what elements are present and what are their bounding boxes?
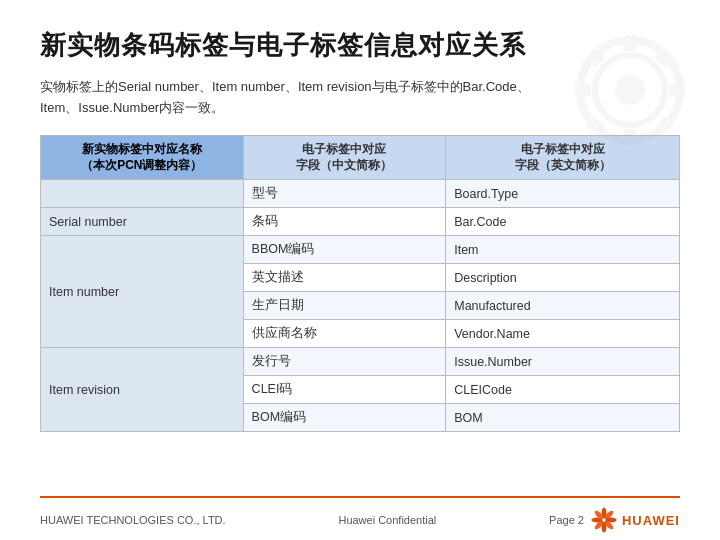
table-cell-col3: Description	[446, 264, 680, 292]
table-cell-col3: CLEICode	[446, 376, 680, 404]
table-cell-col2: 型号	[243, 180, 446, 208]
table-cell-col3: BOM	[446, 404, 680, 432]
page-title: 新实物条码标签与电子标签信息对应关系	[40, 28, 680, 63]
header-col2: 电子标签中对应字段（中文简称）	[243, 135, 446, 180]
footer: HUAWEI TECHNOLOGIES CO., LTD. Huawei Con…	[40, 496, 680, 540]
page-number: Page 2	[549, 514, 584, 526]
page-wrapper: 新实物条码标签与电子标签信息对应关系 实物标签上的Serial number、I…	[0, 0, 720, 540]
table-cell-col1	[41, 180, 244, 208]
table-cell-col3: Board.Type	[446, 180, 680, 208]
footer-confidential: Huawei Confidential	[338, 514, 436, 526]
table-header-row: 新实物标签中对应名称（本次PCN调整内容） 电子标签中对应字段（中文简称） 电子…	[41, 135, 680, 180]
table-cell-col3: Bar.Code	[446, 208, 680, 236]
table-cell-col2: 条码	[243, 208, 446, 236]
table-row: Item numberBBOM编码Item	[41, 236, 680, 264]
huawei-logo-text: HUAWEI	[622, 513, 680, 528]
table-cell-col3: Item	[446, 236, 680, 264]
table-cell-col2: 发行号	[243, 348, 446, 376]
table-cell-col3: Vendor.Name	[446, 320, 680, 348]
footer-right: Page 2 HUAWEI	[549, 506, 680, 534]
table-cell-col3: Manufactured	[446, 292, 680, 320]
header-col1: 新实物标签中对应名称（本次PCN调整内容）	[41, 135, 244, 180]
table-cell-col1: Serial number	[41, 208, 244, 236]
table-row: Serial number条码Bar.Code	[41, 208, 680, 236]
table-cell-col1: Item revision	[41, 348, 244, 432]
table-wrapper: 新实物标签中对应名称（本次PCN调整内容） 电子标签中对应字段（中文简称） 电子…	[40, 135, 680, 484]
subtitle: 实物标签上的Serial number、Item number、Item rev…	[40, 77, 680, 119]
table-row: Item revision发行号Issue.Number	[41, 348, 680, 376]
huawei-logo: HUAWEI	[590, 506, 680, 534]
table-cell-col2: BOM编码	[243, 404, 446, 432]
huawei-logo-icon	[590, 506, 618, 534]
correspondence-table: 新实物标签中对应名称（本次PCN调整内容） 电子标签中对应字段（中文简称） 电子…	[40, 135, 680, 433]
footer-company: HUAWEI TECHNOLOGIES CO., LTD.	[40, 514, 226, 526]
table-cell-col2: 英文描述	[243, 264, 446, 292]
table-row: 型号Board.Type	[41, 180, 680, 208]
table-cell-col2: CLEI码	[243, 376, 446, 404]
table-cell-col1: Item number	[41, 236, 244, 348]
header-col3: 电子标签中对应字段（英文简称）	[446, 135, 680, 180]
table-cell-col2: 生产日期	[243, 292, 446, 320]
table-cell-col2: BBOM编码	[243, 236, 446, 264]
table-cell-col3: Issue.Number	[446, 348, 680, 376]
table-cell-col2: 供应商名称	[243, 320, 446, 348]
